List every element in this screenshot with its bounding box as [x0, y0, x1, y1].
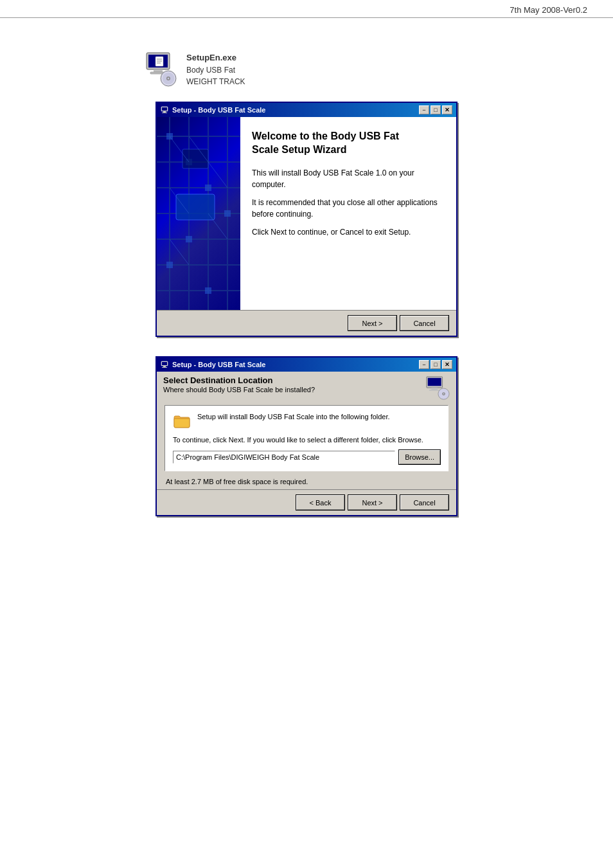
section-subtitle: Where should Body USB Fat Scale be insta…	[163, 386, 315, 393]
svg-rect-13	[162, 107, 167, 111]
dialog2-icon	[161, 360, 170, 369]
wizard-text3: Click Next to continue, or Cancel to exi…	[252, 226, 445, 238]
titlebar-buttons: − □ ✕	[419, 105, 452, 114]
dialog2-back-btn[interactable]: < Back	[296, 495, 344, 510]
browse-row: Browse...	[173, 450, 440, 464]
dialog2-minimize-btn[interactable]: −	[419, 360, 429, 369]
svg-rect-14	[163, 111, 166, 113]
setup-icon-text: SetupEn.exe Body USB Fat WEIGHT TRACK	[186, 51, 245, 87]
dialog2-maximize-btn[interactable]: □	[431, 360, 441, 369]
svg-rect-41	[428, 378, 441, 386]
dialog1-footer: Next > Cancel	[157, 310, 456, 336]
dialog1-maximize-btn[interactable]: □	[431, 105, 441, 114]
dialog1-left-panel	[157, 117, 240, 310]
exe-name: SetupEn.exe	[186, 51, 245, 64]
svg-rect-39	[162, 367, 167, 368]
dialog2-wizard-icon	[424, 375, 450, 401]
page-header: 7th May 2008-Ver0.2	[0, 0, 613, 18]
dialog1-icon	[161, 105, 170, 114]
exe-line2: Body USB Fat	[186, 64, 245, 76]
dialog2-titlebar: Setup - Body USB Fat Scale − □ ✕	[157, 357, 456, 372]
svg-rect-2	[154, 69, 163, 72]
svg-rect-4	[155, 57, 163, 66]
svg-rect-38	[163, 366, 166, 367]
dialog1-close-btn[interactable]: ✕	[442, 105, 452, 114]
svg-point-10	[168, 78, 170, 80]
folder-icon	[173, 413, 191, 429]
dialog1-right-panel: Welcome to the Body USB FatScale Setup W…	[240, 117, 456, 310]
browse-instruction: To continue, click Next. If you would li…	[173, 435, 440, 445]
svg-rect-15	[162, 113, 167, 113]
section-title: Select Destination Location	[163, 375, 315, 385]
circuit-bg	[157, 117, 240, 310]
dialog2-cancel-btn[interactable]: Cancel	[400, 495, 449, 510]
folder-row: Setup will install Body USB Fat Scale in…	[173, 412, 440, 429]
dialog2: Setup - Body USB Fat Scale − □ ✕ Select …	[155, 356, 458, 516]
setup-exe-icon	[141, 50, 180, 89]
dialog2-section-header: Select Destination Location Where should…	[157, 372, 456, 401]
dialog2-titlebar-left: Setup - Body USB Fat Scale	[161, 360, 265, 369]
svg-rect-29	[205, 185, 211, 191]
svg-rect-32	[166, 262, 173, 268]
svg-rect-42	[431, 388, 438, 390]
browse-btn[interactable]: Browse...	[399, 450, 440, 464]
svg-rect-37	[162, 362, 167, 365]
dialog1-next-btn[interactable]: Next >	[348, 316, 396, 330]
dialog2-next-btn[interactable]: Next >	[348, 495, 396, 510]
exe-line3: WEIGHT TRACK	[186, 76, 245, 87]
dialog1: Setup - Body USB Fat Scale − □ ✕	[155, 102, 458, 337]
disk-space-text: At least 2.7 MB of free disk space is re…	[166, 478, 447, 485]
path-input[interactable]	[173, 451, 395, 464]
dialog2-inner-area: Setup will install Body USB Fat Scale in…	[164, 405, 449, 471]
header-title: 7th May 2008-Ver0.2	[510, 5, 587, 15]
dialog2-header-text: Select Destination Location Where should…	[163, 375, 315, 393]
svg-rect-43	[429, 390, 440, 391]
dialog2-title: Setup - Body USB Fat Scale	[172, 361, 265, 368]
setup-icon-area: SetupEn.exe Body USB Fat WEIGHT TRACK	[141, 50, 574, 89]
install-text: Setup will install Body USB Fat Scale in…	[197, 412, 390, 422]
dialog2-titlebar-buttons: − □ ✕	[419, 360, 452, 369]
dialog1-cancel-btn[interactable]: Cancel	[400, 316, 449, 330]
dialog1-title: Setup - Body USB Fat Scale	[172, 106, 265, 114]
page-content: SetupEn.exe Body USB Fat WEIGHT TRACK Se…	[0, 18, 613, 542]
svg-point-46	[443, 393, 445, 395]
svg-rect-33	[205, 287, 211, 294]
titlebar-left: Setup - Body USB Fat Scale	[161, 105, 265, 114]
svg-rect-31	[186, 236, 192, 242]
dialog2-close-btn[interactable]: ✕	[442, 360, 452, 369]
dialog2-footer: < Back Next > Cancel	[157, 489, 456, 515]
dialog1-body: Welcome to the Body USB FatScale Setup W…	[157, 117, 456, 310]
wizard-text1: This will install Body USB Fat Scale 1.0…	[252, 167, 445, 190]
dialog1-minimize-btn[interactable]: −	[419, 105, 429, 114]
wizard-title: Welcome to the Body USB FatScale Setup W…	[252, 130, 445, 157]
wizard-text2: It is recommended that you close all oth…	[252, 197, 445, 220]
svg-rect-34	[176, 194, 215, 220]
svg-rect-30	[224, 210, 231, 217]
dialog1-titlebar: Setup - Body USB Fat Scale − □ ✕	[157, 103, 456, 117]
